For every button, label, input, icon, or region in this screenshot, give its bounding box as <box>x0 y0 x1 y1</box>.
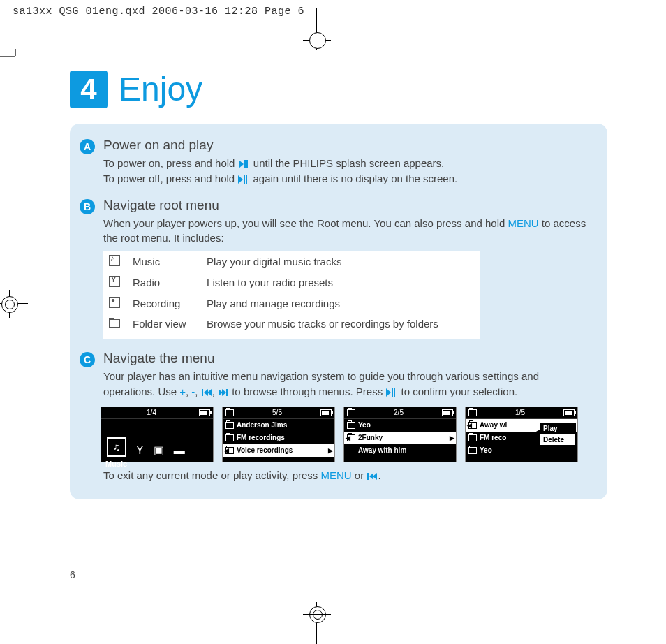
menu-keyword: MENU <box>321 469 352 481</box>
folder-icon <box>109 318 119 328</box>
plus-key: + <box>179 386 186 397</box>
feature-name: Recording <box>128 293 202 314</box>
list-item: Voice recordings <box>237 446 293 454</box>
text: until the PHILIPS splash screen appears. <box>251 157 445 169</box>
list-item: FM reco <box>480 434 506 441</box>
section-c-text: Your player has an intuitive menu naviga… <box>103 369 589 400</box>
page-title: Enjoy <box>119 70 202 108</box>
crop-corner-top-left <box>0 49 15 64</box>
content-panel: A Power on and play To power on, press a… <box>70 124 607 499</box>
crop-mark-header: sa13xx_QSG_01eng.qxd 2006-03-16 12:28 Pa… <box>13 6 304 17</box>
device-screen-3: 2/5 Yeo ◀2Funky▶ Away with him <box>343 407 457 462</box>
section-c: C Navigate the menu Your player has an i… <box>80 351 589 400</box>
next-icon <box>219 389 228 396</box>
list-item: Yeo <box>358 421 371 429</box>
radio-icon: Y <box>136 444 144 457</box>
recording-icon: ▣ <box>154 444 164 457</box>
feature-name: Music <box>128 251 202 272</box>
text: or <box>352 469 367 481</box>
text: to browse through menus. Press <box>229 386 385 397</box>
table-row: Folder view Browse your music tracks or … <box>103 314 480 340</box>
folder-icon <box>468 409 477 416</box>
section-bullet-c: C <box>80 352 95 367</box>
prev-icon <box>367 473 377 480</box>
text: , <box>212 386 218 397</box>
list-item: Away with him <box>358 446 406 454</box>
text: To exit any current mode or play activit… <box>103 469 321 481</box>
section-bullet-b: B <box>80 199 95 214</box>
feature-desc: Play your digital music tracks <box>202 251 480 272</box>
registration-mark-top <box>307 8 327 50</box>
list-item: Anderson Jims <box>237 421 287 429</box>
music-icon <box>109 255 120 266</box>
feature-name: Folder view <box>128 314 202 340</box>
section-c-exit-text: To exit any current mode or play activit… <box>103 468 589 483</box>
text: to confirm your selection. <box>398 386 517 397</box>
text: . <box>378 469 380 481</box>
context-menu-popup: ◀ Play Delete <box>540 423 576 446</box>
play-pause-icon <box>386 388 397 397</box>
text: To power on, press and hold <box>103 157 238 169</box>
list-item: FM recordings <box>237 434 285 441</box>
device-screen-1: 1/4 ♫ Y ▣ ▬ Music <box>101 407 214 462</box>
menu-keyword: MENU <box>508 217 539 229</box>
text: To power off, press and hold <box>103 173 237 184</box>
screen-label: Music <box>101 460 213 468</box>
page-title-row: 4 Enjoy <box>70 70 607 108</box>
music-icon: ♫ <box>107 437 126 457</box>
section-a-text: To power on, press and hold until the PH… <box>103 156 589 186</box>
list-item: Away wi <box>480 421 507 429</box>
table-row: Recording Play and manage recordings <box>103 293 480 314</box>
play-pause-icon <box>239 160 250 168</box>
section-b-text: When your player powers up, you will see… <box>103 216 589 247</box>
section-a-heading: Power on and play <box>103 138 589 153</box>
features-table: Music Play your digital music tracks Rad… <box>103 251 480 339</box>
screen-count: 5/5 <box>272 409 282 416</box>
section-a: A Power on and play To power on, press a… <box>80 138 589 186</box>
battery-icon <box>442 409 453 416</box>
battery-icon <box>563 409 575 416</box>
battery-icon <box>320 409 332 416</box>
device-screens-row: 1/4 ♫ Y ▣ ▬ Music 5/5 Anderson Jims FM r… <box>101 407 589 462</box>
feature-desc: Play and manage recordings <box>202 293 480 314</box>
feature-desc: Listen to your radio presets <box>202 272 480 293</box>
registration-mark-bottom <box>307 602 327 644</box>
feature-desc: Browse your music tracks or recordings b… <box>202 314 480 340</box>
text: , <box>195 386 200 397</box>
popup-item: Delete <box>540 434 575 445</box>
section-b-heading: Navigate root menu <box>103 198 589 213</box>
device-screen-4: 1/5 ◀Away wi FM reco Yeo ◀ Play Delete <box>465 407 578 462</box>
folder-icon <box>225 409 234 416</box>
text: When your player powers up, you will see… <box>103 217 508 229</box>
page-number: 6 <box>70 569 75 580</box>
battery-icon <box>199 409 210 416</box>
registration-mark-left <box>0 293 28 314</box>
device-screen-2: 5/5 Anderson Jims FM recordings ◀Voice r… <box>222 407 335 462</box>
play-pause-icon <box>238 175 249 184</box>
table-row: Music Play your digital music tracks <box>103 251 480 272</box>
section-c-heading: Navigate the menu <box>103 351 589 366</box>
radio-icon <box>109 276 120 287</box>
section-bullet-a: A <box>80 139 95 154</box>
feature-name: Radio <box>128 272 202 293</box>
section-b: B Navigate root menu When your player po… <box>80 198 589 340</box>
list-item: 2Funky <box>358 434 383 441</box>
prev-icon <box>202 389 212 396</box>
step-number-badge: 4 <box>70 71 108 108</box>
screen-count: 2/5 <box>394 409 404 416</box>
folder-icon: ▬ <box>174 444 185 457</box>
folder-icon <box>347 409 355 416</box>
screen-count: 1/5 <box>515 409 525 416</box>
table-row: Radio Listen to your radio presets <box>103 272 480 293</box>
screen-count: 1/4 <box>147 409 156 416</box>
recording-icon <box>109 297 120 308</box>
list-item: Yeo <box>480 446 492 454</box>
text: again until there is no display on the s… <box>250 173 457 184</box>
popup-item: Play <box>540 423 575 434</box>
